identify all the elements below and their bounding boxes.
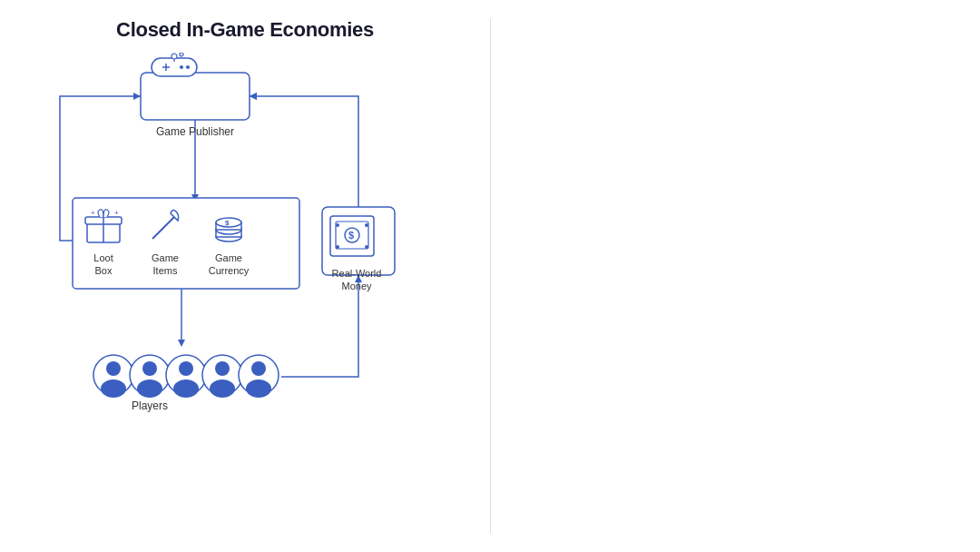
svg-point-12	[180, 65, 183, 69]
svg-point-13	[186, 65, 190, 69]
left-loot-icon: + +	[82, 204, 125, 248]
left-players-row	[91, 352, 290, 398]
svg-point-16	[172, 54, 177, 59]
left-items-icon	[143, 204, 187, 248]
left-panel: Closed In-Game Economies	[0, 0, 490, 552]
left-title: Closed In-Game Economies	[18, 18, 472, 42]
left-publisher-label: Game Publisher	[141, 125, 250, 138]
svg-point-41	[101, 380, 126, 398]
left-loot-label: LootBox	[82, 251, 125, 278]
svg-point-40	[106, 361, 121, 376]
svg-point-37	[336, 245, 339, 249]
svg-point-49	[215, 361, 230, 376]
svg-point-35	[336, 223, 339, 227]
svg-point-44	[137, 380, 162, 398]
svg-point-18	[180, 53, 183, 56]
svg-point-36	[365, 223, 368, 227]
svg-marker-7	[178, 340, 185, 347]
svg-point-50	[210, 380, 235, 398]
svg-point-46	[179, 361, 193, 376]
svg-point-43	[142, 361, 157, 376]
left-players-label: Players	[132, 399, 168, 412]
panel-divider	[490, 18, 491, 534]
svg-text:+: +	[91, 209, 95, 217]
left-currency-label: GameCurrency	[207, 251, 250, 278]
left-rwm-icon: $	[325, 209, 379, 263]
left-currency-icon: $	[207, 204, 250, 248]
main-container: Closed In-Game Economies	[0, 0, 980, 552]
left-publisher-node	[150, 53, 199, 82]
svg-point-52	[251, 361, 266, 376]
svg-marker-2	[191, 194, 199, 202]
left-items-label: GameItems	[143, 251, 187, 278]
svg-text:+: +	[114, 209, 119, 217]
left-loot-box-node: + + LootBox	[82, 204, 125, 278]
svg-point-47	[173, 380, 199, 398]
svg-marker-3	[133, 93, 141, 100]
svg-line-24	[152, 217, 174, 239]
svg-point-38	[365, 245, 368, 249]
left-rwm-label: Real-WorldMoney	[325, 267, 388, 293]
svg-point-53	[246, 380, 271, 398]
left-rwm-node: $ Real-WorldMoney	[325, 209, 388, 293]
left-publisher-icon	[150, 53, 199, 82]
left-players-icons	[91, 352, 290, 398]
left-currency-node: $ GameCurrency	[207, 204, 250, 278]
left-game-items-node: GameItems	[143, 204, 187, 278]
svg-marker-10	[250, 93, 257, 100]
svg-marker-9	[250, 93, 257, 100]
svg-text:$: $	[348, 230, 354, 241]
svg-text:$: $	[225, 219, 230, 227]
